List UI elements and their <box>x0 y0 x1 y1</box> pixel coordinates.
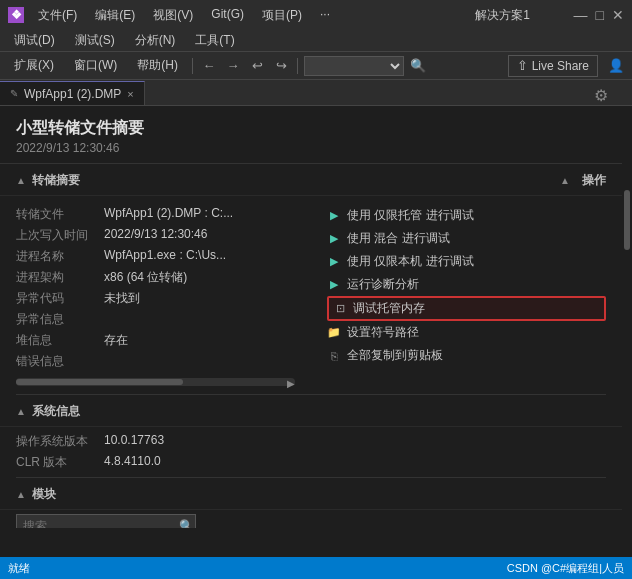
toolbar-sep-2 <box>297 58 298 74</box>
action-label-5: 调试托管内存 <box>353 300 425 317</box>
maximize-btn[interactable]: □ <box>596 7 604 23</box>
live-share-icon: ⇧ <box>517 58 528 73</box>
menu-window[interactable]: 窗口(W) <box>66 57 125 74</box>
field-arch: 进程架构 x86 (64 位转储) <box>16 267 295 288</box>
search-box-container: 🔍 <box>16 514 196 528</box>
action-copy-all[interactable]: ⎘ 全部复制到剪贴板 <box>327 344 606 367</box>
live-share-button[interactable]: ⇧ Live Share <box>508 55 598 77</box>
modules-section: ▲ 模块 🔍 <box>0 478 622 528</box>
action-debug-native-only[interactable]: ▶ 使用 仅限本机 进行调试 <box>327 250 606 273</box>
modules-arrow: ▲ <box>16 489 26 500</box>
menu-help[interactable]: 帮助(H) <box>129 57 186 74</box>
search-input[interactable] <box>17 519 179 528</box>
actions-arrow: ▲ <box>560 175 570 186</box>
h-scroll-thumb <box>16 379 183 385</box>
folder-icon: 📁 <box>327 326 341 339</box>
field-label-dumpfile: 转储文件 <box>16 206 96 223</box>
menu-analyze[interactable]: 分析(N) <box>125 30 186 51</box>
sysinfo-header[interactable]: ▲ 系统信息 <box>0 395 622 427</box>
status-ready: 就绪 <box>8 561 30 576</box>
tab-close-icon[interactable]: × <box>127 88 133 100</box>
summary-section: ▲ 转储摘要 ▲ 操作 转储文件 WpfApp1 (2).DMP : C:...… <box>0 164 622 394</box>
toolbar-search-btn[interactable]: 🔍 <box>408 56 428 76</box>
live-share-label: Live Share <box>532 59 589 73</box>
minimize-btn[interactable]: — <box>574 7 588 23</box>
toolbar-undo-btn[interactable]: ↩ <box>247 56 267 76</box>
field-value-clrver: 4.8.4110.0 <box>104 454 161 468</box>
menu-git[interactable]: Git(G) <box>203 5 252 26</box>
vertical-scrollbar[interactable] <box>622 106 632 528</box>
menu-test[interactable]: 测试(S) <box>65 30 125 51</box>
search-icon: 🔍 <box>179 519 200 528</box>
h-scroll-bar[interactable]: ▶ <box>16 378 295 386</box>
dmp-tab[interactable]: ✎ WpfApp1 (2).DMP × <box>0 81 145 105</box>
modules-header[interactable]: ▲ 模块 <box>0 478 622 510</box>
modules-title: 模块 <box>32 486 56 503</box>
action-debug-managed-only[interactable]: ▶ 使用 仅限托管 进行调试 <box>327 204 606 227</box>
status-right: CSDN @C#编程组|人员 <box>507 561 624 576</box>
tab-gear-icon[interactable]: ⚙ <box>594 86 608 105</box>
field-label-arch: 进程架构 <box>16 269 96 286</box>
menu-tools[interactable]: 工具(T) <box>185 30 244 51</box>
content-scroll[interactable]: 小型转储文件摘要 2022/9/13 12:30:46 ▲ 转储摘要 ▲ 操作 … <box>0 106 622 528</box>
summary-section-header[interactable]: ▲ 转储摘要 ▲ 操作 <box>0 164 622 196</box>
action-label-1: 使用 仅限托管 进行调试 <box>347 207 474 224</box>
play-icon-3: ▶ <box>327 255 341 268</box>
action-label-3: 使用 仅限本机 进行调试 <box>347 253 474 270</box>
title-bar: ❖ 文件(F) 编辑(E) 视图(V) Git(G) 项目(P) ··· 解决方… <box>0 0 632 30</box>
main-area: 小型转储文件摘要 2022/9/13 12:30:46 ▲ 转储摘要 ▲ 操作 … <box>0 106 632 528</box>
action-label-4: 运行诊断分析 <box>347 276 419 293</box>
tab-bar: ✎ WpfApp1 (2).DMP × ⚙ <box>0 80 632 106</box>
field-value-osver: 10.0.17763 <box>104 433 164 447</box>
window-title: 解决方案1 <box>475 7 530 24</box>
toolbar-redo-btn[interactable]: ↪ <box>271 56 291 76</box>
field-osver: 操作系统版本 10.0.17763 <box>16 431 606 452</box>
toolbar-back-btn[interactable]: ← <box>199 56 219 76</box>
two-column-content: 转储文件 WpfApp1 (2).DMP : C:... 上次写入时间 2022… <box>0 196 622 394</box>
action-debug-mixed[interactable]: ▶ 使用 混合 进行调试 <box>327 227 606 250</box>
app-logo: ❖ <box>8 7 24 23</box>
field-heap: 堆信息 存在 <box>16 330 295 351</box>
field-exccode: 异常代码 未找到 <box>16 288 295 309</box>
field-label-clrver: CLR 版本 <box>16 454 96 471</box>
field-errinfo: 错误信息 <box>16 351 295 372</box>
field-dumpfile: 转储文件 WpfApp1 (2).DMP : C:... <box>16 204 295 225</box>
field-procname: 进程名称 WpfApp1.exe : C:\Us... <box>16 246 295 267</box>
field-label-procname: 进程名称 <box>16 248 96 265</box>
dmp-header: 小型转储文件摘要 2022/9/13 12:30:46 <box>0 106 622 164</box>
toolbar-forward-btn[interactable]: → <box>223 56 243 76</box>
copy-icon: ⎘ <box>327 350 341 362</box>
field-value-exccode: 未找到 <box>104 290 140 307</box>
dmp-date: 2022/9/13 12:30:46 <box>16 141 606 155</box>
action-set-symbol-path[interactable]: 📁 设置符号路径 <box>327 321 606 344</box>
menu-debug[interactable]: 调试(D) <box>4 30 65 51</box>
action-label-2: 使用 混合 进行调试 <box>347 230 450 247</box>
field-label-osver: 操作系统版本 <box>16 433 96 450</box>
menu-extensions[interactable]: 扩展(X) <box>6 57 62 74</box>
toolbar-profile-btn[interactable]: 👤 <box>606 56 626 76</box>
action-debug-managed-memory[interactable]: ⊡ 调试托管内存 <box>327 296 606 321</box>
menu-file[interactable]: 文件(F) <box>30 5 85 26</box>
field-value-heap: 存在 <box>104 332 128 349</box>
actions-title: 操作 <box>582 172 606 189</box>
play-icon-4: ▶ <box>327 278 341 291</box>
menu-edit[interactable]: 编辑(E) <box>87 5 143 26</box>
config-dropdown[interactable] <box>304 56 404 76</box>
status-bar: 就绪 CSDN @C#编程组|人员 <box>0 557 632 579</box>
action-label-7: 全部复制到剪贴板 <box>347 347 443 364</box>
menu-project[interactable]: 项目(P) <box>254 5 310 26</box>
field-excinfo: 异常信息 <box>16 309 295 330</box>
scroll-right-arrow[interactable]: ▶ <box>287 378 295 389</box>
menu-view[interactable]: 视图(V) <box>145 5 201 26</box>
menu-more[interactable]: ··· <box>312 5 338 26</box>
action-run-diagnostic[interactable]: ▶ 运行诊断分析 <box>327 273 606 296</box>
toolbar-right: ⇧ Live Share 👤 <box>508 55 626 77</box>
field-label-excinfo: 异常信息 <box>16 311 96 328</box>
field-value-dumpfile: WpfApp1 (2).DMP : C:... <box>104 206 233 220</box>
action-label-6: 设置符号路径 <box>347 324 419 341</box>
close-btn[interactable]: ✕ <box>612 7 624 23</box>
menu-bar-1: 调试(D) 测试(S) 分析(N) 工具(T) <box>0 30 632 52</box>
field-clrver: CLR 版本 4.8.4110.0 <box>16 452 606 473</box>
play-icon-1: ▶ <box>327 209 341 222</box>
modules-search-area: 🔍 <box>0 510 622 528</box>
